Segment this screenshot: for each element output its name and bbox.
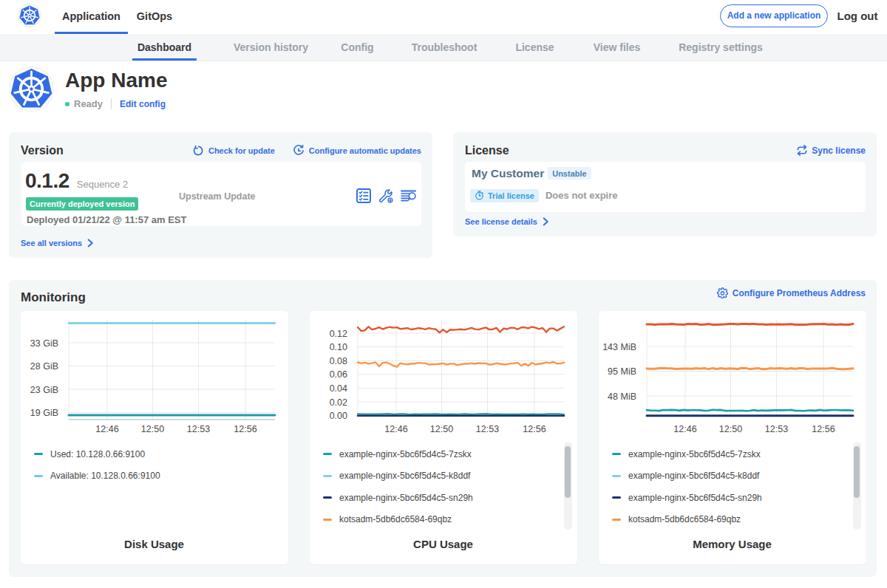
svg-text:12:53: 12:53 [475,424,498,434]
svg-text:0.02: 0.02 [329,397,347,408]
svg-text:12:46: 12:46 [95,424,118,434]
svg-text:0.08: 0.08 [329,356,347,366]
svg-text:23 GiB: 23 GiB [30,385,58,395]
svg-text:0.10: 0.10 [329,342,347,352]
svg-text:0.06: 0.06 [329,369,347,380]
svg-text:12:53: 12:53 [764,424,787,434]
svg-text:12:50: 12:50 [718,424,741,434]
svg-text:0.00: 0.00 [329,411,347,421]
svg-text:33 GiB: 33 GiB [30,338,58,349]
svg-text:0.12: 0.12 [329,329,347,339]
svg-text:95 MiB: 95 MiB [608,366,636,377]
svg-text:143 MiB: 143 MiB [602,342,636,352]
svg-text:12:56: 12:56 [812,424,835,434]
svg-text:19 GiB: 19 GiB [30,408,58,418]
svg-text:12:46: 12:46 [673,424,696,434]
svg-text:12:46: 12:46 [384,424,407,434]
svg-text:12:53: 12:53 [186,424,209,434]
svg-text:12:56: 12:56 [234,424,256,434]
svg-text:28 GiB: 28 GiB [30,361,58,372]
svg-text:12:50: 12:50 [429,424,452,434]
svg-text:48 MiB: 48 MiB [608,392,636,402]
svg-text:12:56: 12:56 [523,424,546,434]
svg-text:0.04: 0.04 [329,383,347,394]
svg-text:12:50: 12:50 [140,424,163,434]
